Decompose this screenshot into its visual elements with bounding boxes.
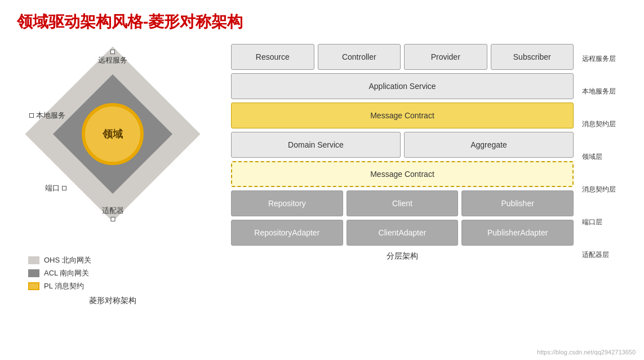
layer-label-5: 端口层: [582, 207, 627, 237]
layer-row-4: Message Contract: [231, 161, 574, 187]
legend-item-pl: PL 消息契约: [28, 281, 208, 291]
box-message-contract-bottom: Message Contract: [231, 161, 574, 187]
domain-circle: 领域: [82, 103, 144, 165]
layer-row-1: Application Service: [231, 73, 574, 99]
layer-row-3: Domain Service Aggregate: [231, 132, 574, 158]
layer-label-6: 适配器层: [582, 240, 627, 269]
box-repository: Repository: [231, 190, 343, 216]
box-application-service: Application Service: [231, 73, 574, 99]
page-title: 领域驱动架构风格-菱形对称架构: [17, 11, 627, 33]
legend-color-ohs: [28, 256, 39, 264]
box-client-adapter: ClientAdapter: [347, 220, 459, 246]
legend-color-acl: [28, 269, 39, 277]
box-resource: Resource: [231, 44, 314, 70]
content-area: 领域 远程服务 本地服务 端口 适配器: [17, 44, 627, 306]
layer-label-1: 本地服务层: [582, 77, 627, 106]
square-icon-top: [110, 50, 115, 54]
layers-title: 分层架构: [231, 251, 574, 261]
label-adapter: 适配器: [102, 206, 124, 221]
layers-section: Resource Controller Provider Subscriber …: [231, 44, 627, 273]
box-provider: Provider: [404, 44, 487, 70]
square-icon-left: [29, 113, 34, 118]
label-remote-service: 远程服务: [98, 50, 127, 65]
layer-row-0: Resource Controller Provider Subscriber: [231, 44, 574, 70]
layer-label-4: 消息契约层: [582, 175, 627, 204]
square-icon-bottom-left: [62, 186, 66, 190]
legend-color-pl: [28, 282, 39, 290]
label-port: 端口: [45, 183, 66, 193]
box-message-contract-top: Message Contract: [231, 103, 574, 128]
box-controller: Controller: [318, 44, 401, 70]
url-label: https://blog.csdn.net/qq2942713650: [537, 349, 636, 355]
legend-item-ohs: OHS 北向网关: [28, 255, 208, 265]
box-subscriber: Subscriber: [491, 44, 574, 70]
box-publisher: Publisher: [461, 190, 574, 216]
diamond-subtitle: 菱形对称架构: [17, 296, 208, 306]
diamond-section: 领域 远程服务 本地服务 端口 适配器: [17, 44, 208, 306]
layer-label-3: 领域层: [582, 142, 627, 171]
box-repository-adapter: RepositoryAdapter: [231, 220, 343, 246]
legend-text-pl: PL 消息契约: [44, 281, 84, 291]
layer-label-2: 消息契约层: [582, 109, 627, 139]
layer-row-5: Repository Client Publisher: [231, 190, 574, 216]
diamond-container: 领域 远程服务 本地服务 端口 适配器: [23, 44, 203, 247]
layer-row-6: RepositoryAdapter ClientAdapter Publishe…: [231, 220, 574, 246]
square-icon-bottom: [110, 217, 115, 221]
box-domain-service: Domain Service: [231, 132, 401, 158]
box-publisher-adapter: PublisherAdapter: [461, 220, 574, 246]
domain-label: 领域: [103, 127, 123, 141]
layer-label-0: 远程服务层: [582, 44, 627, 73]
layers-boxes: Resource Controller Provider Subscriber …: [231, 44, 574, 261]
legend-text-acl: ACL 南向网关: [44, 268, 89, 278]
box-aggregate: Aggregate: [404, 132, 574, 158]
label-local-service: 本地服务: [29, 110, 65, 121]
layer-labels: 远程服务层 本地服务层 消息契约层 领域层 消息契约层 端口层 适配器层: [582, 44, 627, 273]
legend-item-acl: ACL 南向网关: [28, 268, 208, 278]
box-client: Client: [347, 190, 459, 216]
layer-row-2: Message Contract: [231, 103, 574, 128]
legend: OHS 北向网关 ACL 南向网关 PL 消息契约: [28, 255, 208, 291]
page: 领域驱动架构风格-菱形对称架构 领域 远程服务: [0, 0, 644, 360]
legend-text-ohs: OHS 北向网关: [44, 255, 91, 265]
